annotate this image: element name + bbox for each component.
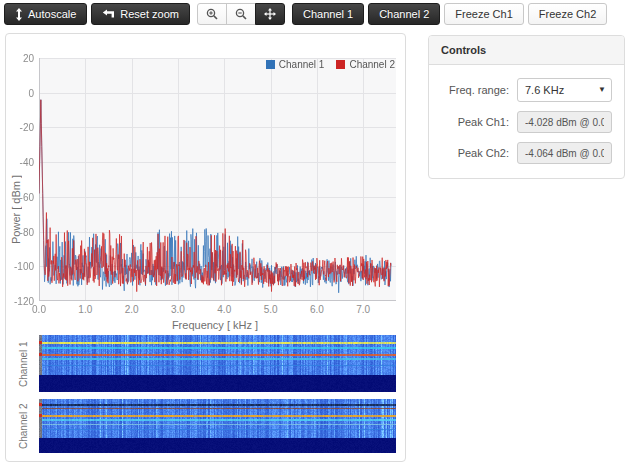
freq-range-select-wrap: 7.6 KHz ▼	[517, 78, 612, 102]
pan-button[interactable]	[255, 3, 285, 25]
y-tick-label: -60	[7, 192, 34, 203]
channel-2-swatch	[336, 60, 345, 69]
legend-item-channel-2: Channel 2	[336, 59, 395, 70]
x-tick-label: 3.0	[165, 304, 191, 315]
x-tick-label: 6.0	[304, 304, 330, 315]
zoom-out-icon	[235, 8, 247, 20]
channel-1-toggle[interactable]: Channel 1	[292, 3, 364, 25]
legend: Channel 1 Channel 2	[266, 59, 395, 70]
y-tick-label: 0	[7, 88, 34, 99]
y-tick-label: -80	[7, 227, 34, 238]
spectrogram-label-channel-2: Channel 2	[18, 392, 30, 460]
plot-panel: Power [ dBm ] Channel 1 Channel 2 Freque…	[5, 33, 406, 462]
spectrogram-canvas-channel-2	[39, 399, 396, 453]
spectrogram-canvas-channel-1	[39, 335, 396, 392]
x-axis-title: Frequency [ kHz ]	[39, 319, 391, 331]
freq-range-label: Freq. range:	[437, 84, 509, 96]
controls-panel-title: Controls	[429, 36, 624, 65]
toolbar: Autoscale Reset zoom	[4, 3, 607, 25]
reset-zoom-label: Reset zoom	[120, 8, 179, 20]
peak-ch2-value	[517, 142, 612, 164]
y-tick-label: -20	[7, 122, 34, 133]
controls-panel: Controls Freq. range: 7.6 KHz ▼ Peak Ch1…	[428, 35, 625, 179]
freq-range-select[interactable]: 7.6 KHz	[517, 78, 612, 102]
zoom-in-icon	[206, 8, 218, 20]
spectrogram-label-channel-1: Channel 1	[18, 330, 30, 398]
legend-label-channel-2: Channel 2	[349, 59, 395, 70]
x-tick-label: 5.0	[258, 304, 284, 315]
move-icon	[264, 8, 276, 20]
autoscale-label: Autoscale	[28, 8, 76, 20]
peak-ch1-value	[517, 111, 612, 133]
y-tick-label: 20	[7, 53, 34, 64]
channel-2-toggle[interactable]: Channel 2	[368, 3, 440, 25]
legend-label-channel-1: Channel 1	[279, 59, 325, 70]
x-tick-label: 2.0	[119, 304, 145, 315]
resize-vertical-icon	[15, 8, 23, 21]
reset-zoom-icon	[102, 9, 115, 20]
autoscale-button[interactable]: Autoscale	[4, 3, 87, 25]
channel-1-swatch	[266, 60, 275, 69]
spectrum-analyzer-app: Autoscale Reset zoom	[0, 0, 630, 472]
freeze-ch1-label: Freeze Ch1	[455, 8, 512, 20]
x-tick-label: 7.0	[350, 304, 376, 315]
controls-body: Freq. range: 7.6 KHz ▼ Peak Ch1: Peak Ch…	[429, 65, 624, 178]
freeze-ch1-toggle[interactable]: Freeze Ch1	[444, 3, 523, 25]
zoom-out-button[interactable]	[226, 3, 256, 25]
reset-zoom-button[interactable]: Reset zoom	[91, 3, 190, 25]
channel-1-toggle-label: Channel 1	[303, 8, 353, 20]
x-tick-label: 0.0	[26, 304, 52, 315]
peak-ch2-label: Peak Ch2:	[437, 147, 509, 159]
y-tick-label: -40	[7, 157, 34, 168]
zoom-in-button[interactable]	[197, 3, 227, 25]
y-tick-label: -100	[7, 261, 34, 272]
channel-2-toggle-label: Channel 2	[379, 8, 429, 20]
x-tick-label: 4.0	[211, 304, 237, 315]
freeze-ch2-label: Freeze Ch2	[539, 8, 596, 20]
legend-item-channel-1: Channel 1	[266, 59, 325, 70]
peak-ch1-label: Peak Ch1:	[437, 116, 509, 128]
freeze-ch2-toggle[interactable]: Freeze Ch2	[528, 3, 607, 25]
zoom-pan-group	[197, 3, 285, 25]
x-tick-label: 1.0	[72, 304, 98, 315]
spectrum-plot-canvas[interactable]	[39, 58, 396, 301]
